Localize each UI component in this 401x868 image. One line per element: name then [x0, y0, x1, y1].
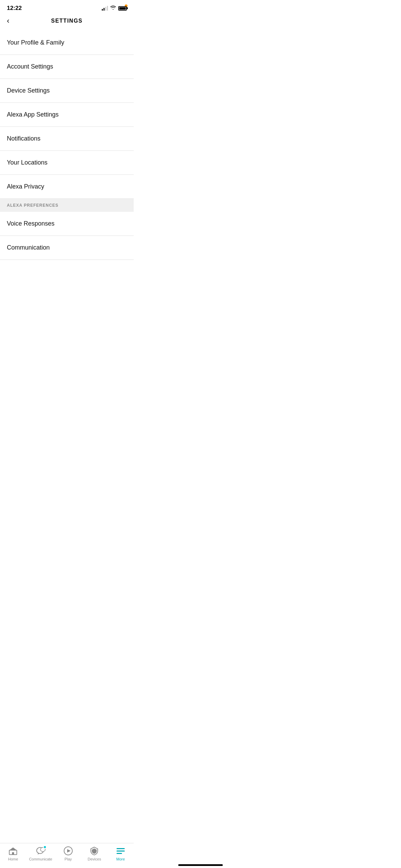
settings-item-communication[interactable]: Communication [0, 236, 134, 260]
status-icons [102, 5, 127, 11]
settings-main-list: Your Profile & Family Account Settings D… [0, 31, 134, 199]
settings-content: Your Profile & Family Account Settings D… [0, 31, 134, 294]
status-time: 12:22 [7, 5, 22, 12]
settings-item-account[interactable]: Account Settings [0, 55, 134, 79]
status-bar: 12:22 [0, 0, 134, 14]
page-title: SETTINGS [51, 18, 83, 24]
settings-item-device[interactable]: Device Settings [0, 79, 134, 103]
back-button[interactable]: ‹ [7, 16, 9, 25]
signal-strength-icon [102, 6, 108, 11]
alexa-preferences-section-header: ALEXA PREFERENCES [0, 199, 134, 212]
settings-item-privacy[interactable]: Alexa Privacy [0, 175, 134, 199]
settings-item-voice-responses[interactable]: Voice Responses [0, 212, 134, 236]
battery-icon [118, 6, 127, 11]
settings-item-profile-family[interactable]: Your Profile & Family [0, 31, 134, 55]
settings-item-locations[interactable]: Your Locations [0, 151, 134, 175]
wifi-icon [110, 5, 116, 11]
settings-item-notifications[interactable]: Notifications [0, 127, 134, 151]
settings-preferences-list: Voice Responses Communication [0, 212, 134, 260]
settings-item-alexa-app[interactable]: Alexa App Settings [0, 103, 134, 127]
settings-header: ‹ SETTINGS [0, 14, 134, 31]
